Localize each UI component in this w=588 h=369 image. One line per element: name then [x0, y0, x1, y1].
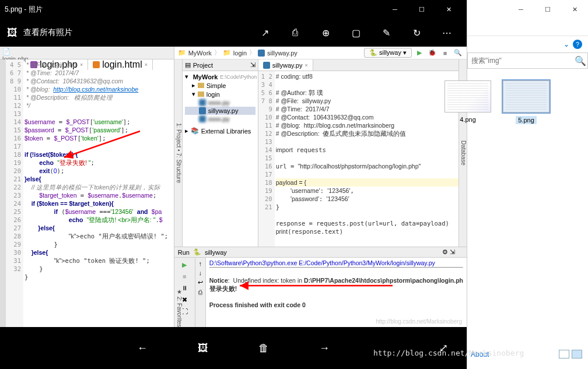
run-sidebar-2: ↑ ↓ ↩ ⎙ — [195, 258, 206, 327]
zoom-icon[interactable]: ⊕ — [313, 20, 338, 45]
collection-button[interactable]: 🖼 — [190, 335, 216, 361]
code-editor[interactable]: # coding: utf8 # @Author: 郭 璞 # @File: s… — [276, 71, 459, 247]
tree-node[interactable]: xxxx.py — [185, 115, 256, 123]
rotate-icon[interactable]: ↻ — [404, 20, 429, 45]
view-toggle[interactable] — [559, 350, 582, 359]
rerun-icon[interactable]: ▶ — [180, 260, 189, 269]
photos-toolbar: 🖼 查看所有照片 ↗ ⎙ ⊕ ▢ ✎ ↻ ⋯ — [0, 19, 467, 47]
tree-node[interactable]: ▸Simple — [185, 81, 256, 90]
ribbon-stub — [467, 19, 588, 36]
run-icon[interactable]: ▶ — [414, 48, 425, 58]
tree-hint: E:\Code\Python — [220, 74, 257, 80]
gear-icon[interactable]: ⚙ ⇲ — [442, 248, 455, 256]
window-title: 5.png - 照片 — [5, 5, 382, 15]
folder-icon: 📁 — [223, 49, 231, 57]
share-icon[interactable]: ↗ — [252, 20, 278, 45]
view-thumbs-icon[interactable] — [572, 350, 582, 359]
delete-button[interactable]: 🗑 — [251, 335, 276, 361]
file-thumbnail — [444, 80, 491, 113]
project-icon: ▤ — [185, 61, 191, 69]
run-config-dropdown[interactable]: 🐍 sillyway ▾ — [364, 48, 412, 58]
tree-node[interactable]: xxxx.py — [185, 99, 256, 107]
photos-window: 5.png - 照片 ─ ☐ ✕ 🖼 查看所有照片 ↗ ⎙ ⊕ ▢ ✎ ↻ ⋯ … — [0, 0, 467, 369]
down-icon[interactable]: ↓ — [198, 269, 202, 276]
editor-body[interactable]: 1 2 3 4 5 6 7 8 9 10 11 12 13 14 15 16 1… — [258, 71, 459, 247]
photo-content: 📄 login.php login.php × login.html × 4 5… — [0, 47, 467, 327]
py-file-icon — [199, 115, 206, 122]
favorites-sidetab[interactable]: ★ 2: Favorites — [174, 289, 183, 327]
chevron-down-icon[interactable]: ⌄ — [564, 40, 569, 48]
wrap-icon[interactable]: ↩ — [198, 279, 203, 286]
up-icon[interactable]: ↑ — [198, 260, 202, 267]
code-editor[interactable]: * @File: login.php * @Time: 2017/4/7 * @… — [24, 59, 174, 327]
crumb[interactable]: login — [233, 50, 247, 57]
project-sidetab[interactable]: 1: Project • 7: Structure — [174, 59, 183, 247]
editor-panel: sillyway.py × 1 2 3 4 5 6 7 8 9 10 11 12… — [258, 59, 459, 247]
tab-label: sillyway.py — [272, 62, 303, 69]
print-icon[interactable]: ⎙ — [198, 289, 202, 296]
slideshow-icon[interactable]: ▢ — [343, 20, 369, 45]
more-icon[interactable]: ⋯ — [434, 20, 460, 45]
tree-label: sillyway.py — [208, 107, 239, 114]
collapse-icon[interactable]: ⇲ — [250, 61, 256, 69]
project-tree: ▾ MyWork E:\Code\Python ▸Simple ▾login x… — [183, 71, 258, 136]
help-icon[interactable]: ? — [573, 40, 582, 49]
tree-label: Simple — [206, 82, 226, 89]
right-ide-body: 1: Project • 7: Structure ▤ Project ⇲ ▾ … — [174, 59, 467, 247]
close-tab-icon[interactable]: × — [304, 62, 307, 68]
tab-top: 📄 login.php — [0, 47, 29, 59]
search-box[interactable]: 🔍 — [467, 52, 588, 69]
file-name: 4.png — [460, 116, 476, 123]
prev-button[interactable]: ← — [130, 335, 155, 361]
external-libraries[interactable]: ▸ 📚 External Libraries — [185, 126, 256, 135]
crumb[interactable]: MyWork — [188, 50, 212, 57]
view-all-photos-button[interactable]: 🖼 查看所有照片 — [7, 27, 247, 39]
photos-bottom-bar: ← 🖼 🗑 → ⤢ — [0, 327, 467, 369]
explorer-titlebar: ─ ☐ ✕ — [467, 0, 588, 19]
folder-icon: 📁 — [178, 49, 186, 57]
view-details-icon[interactable] — [559, 350, 569, 359]
search-icon[interactable]: 🔍 — [453, 48, 463, 58]
tree-root[interactable]: ▾ MyWork E:\Code\Python — [185, 72, 256, 81]
explorer-window: ─ ☐ ✕ ⌄ ? 🔍 4.png 5.png About — [467, 0, 588, 369]
gallery-icon: 🖼 — [7, 27, 18, 39]
minimize-button[interactable]: ─ — [382, 0, 408, 19]
editor-tabstrip: sillyway.py × — [258, 59, 459, 71]
edit-icon[interactable]: ✎ — [373, 20, 399, 45]
maximize-button[interactable]: ☐ — [408, 0, 435, 19]
minimize-button[interactable]: ─ — [508, 0, 534, 19]
stop-icon[interactable]: ■ — [440, 48, 450, 58]
file-name: 5.png — [516, 116, 537, 124]
folder-icon — [198, 83, 204, 88]
tree-node[interactable]: ▾login — [185, 90, 256, 99]
crumb[interactable]: sillyway.py — [267, 50, 298, 57]
run-panel-header[interactable]: Run 🐍sillyway ⚙ ⇲ — [174, 247, 467, 257]
address-row: ⌄ ? — [467, 36, 588, 52]
run-output[interactable]: D:\Software\Python3\python.exe E:/Code/P… — [206, 258, 467, 327]
debug-icon[interactable]: 🐞 — [427, 48, 438, 58]
close-button[interactable]: ✕ — [435, 0, 462, 19]
file-item-selected[interactable]: 5.png — [500, 80, 552, 124]
maximize-button[interactable]: ☐ — [534, 0, 561, 19]
right-ide-panel: 📁 MyWork 〉 📁 login 〉 sillyway.py 🐍 silly… — [174, 47, 467, 327]
tree-label: External Libraries — [201, 128, 251, 135]
run-panel: ▶ ■ ⏸ ✖ ⛶ ↑ ↓ ↩ ⎙ D:\Software\Python3\py… — [174, 257, 467, 327]
search-input[interactable] — [468, 57, 573, 65]
file-item[interactable]: 4.png — [442, 80, 494, 124]
tab-sillyway-py[interactable]: sillyway.py × — [258, 59, 313, 71]
search-icon[interactable]: 🔍 — [573, 55, 587, 66]
left-sidetab[interactable] — [0, 59, 6, 327]
global-watermark: http://blog.csdn.net/Marksinoberg — [373, 349, 524, 357]
photos-titlebar: 5.png - 照片 ─ ☐ ✕ — [0, 0, 467, 19]
close-button[interactable]: ✕ — [561, 0, 588, 19]
file-grid[interactable]: 4.png 5.png — [467, 69, 588, 136]
stop-icon[interactable]: ■ — [180, 272, 189, 281]
project-header[interactable]: ▤ Project ⇲ — [183, 59, 258, 71]
run-target: sillyway — [205, 249, 227, 256]
next-button[interactable]: → — [312, 335, 337, 361]
file-thumbnail — [503, 80, 550, 113]
print-icon[interactable]: ⎙ — [282, 20, 308, 45]
tree-node-selected[interactable]: sillyway.py — [185, 107, 256, 115]
watermark: http://blog.csdn.net/Marksinoberg — [376, 318, 462, 326]
py-file-icon — [263, 62, 270, 69]
